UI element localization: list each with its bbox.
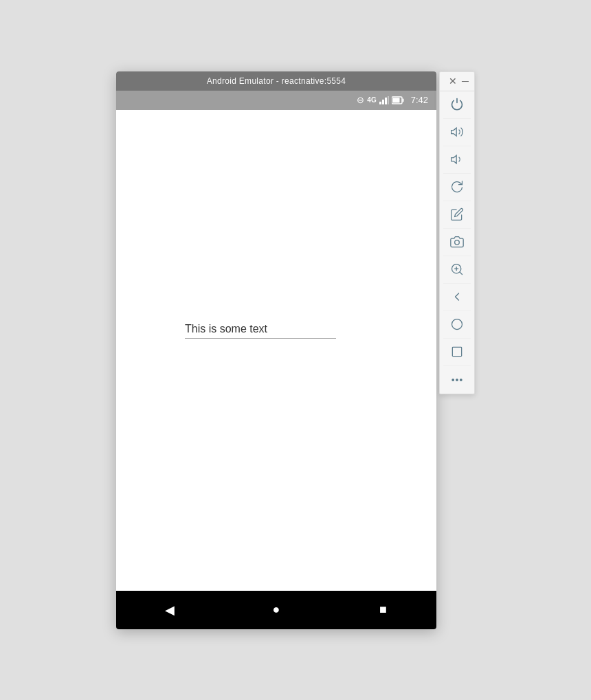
title-bar-text: Android Emulator - reactnative:5554 (207, 76, 346, 86)
status-time: 7:42 (411, 95, 428, 105)
rotate-icon (450, 180, 464, 194)
camera-button[interactable] (443, 229, 471, 256)
mute-icon: ⊖ (357, 95, 364, 105)
pencil-icon (450, 207, 464, 221)
screen-content: This is some text (116, 110, 436, 591)
volume-up-icon (450, 125, 464, 139)
toolbar-minimize-button[interactable]: ─ (460, 76, 470, 86)
battery-icon (392, 96, 404, 104)
more-icon (450, 373, 464, 387)
svg-rect-0 (379, 102, 381, 104)
text-input-underline (185, 338, 336, 339)
volume-up-button[interactable] (443, 119, 471, 146)
volume-down-button[interactable] (443, 146, 471, 174)
svg-point-17 (456, 379, 458, 381)
recents-btn[interactable] (443, 339, 471, 366)
signal-icon: 4G (367, 96, 376, 104)
recent-nav-button[interactable]: ■ (370, 598, 395, 622)
svg-rect-5 (402, 98, 403, 102)
svg-rect-1 (382, 100, 384, 104)
zoom-icon (450, 262, 464, 276)
phone-frame: Android Emulator - reactnative:5554 ⊖ 4G (116, 71, 436, 629)
svg-rect-6 (392, 98, 399, 102)
emulator-wrapper: Android Emulator - reactnative:5554 ⊖ 4G (116, 71, 475, 629)
svg-marker-7 (451, 128, 457, 136)
nav-bar: ◀ ● ■ (116, 591, 436, 629)
svg-rect-3 (388, 96, 389, 104)
svg-line-11 (460, 272, 462, 275)
svg-rect-15 (452, 347, 461, 356)
recents-icon (450, 345, 464, 359)
svg-point-16 (452, 379, 454, 381)
back-nav-button[interactable]: ◀ (157, 598, 182, 622)
home-nav-button[interactable]: ● (264, 598, 289, 622)
toolbar-header: ✕ ─ (440, 72, 474, 91)
back-btn[interactable] (443, 284, 471, 311)
power-button[interactable] (443, 91, 471, 119)
status-bar: ⊖ 4G 7:42 (116, 91, 436, 110)
zoom-button[interactable] (443, 256, 471, 284)
toolbar-close-button[interactable]: ✕ (448, 76, 458, 86)
volume-down-icon (450, 153, 464, 166)
screenshot-button[interactable] (443, 201, 471, 229)
back-icon (450, 290, 464, 304)
svg-point-18 (460, 379, 462, 381)
home-btn[interactable] (443, 311, 471, 339)
rotate-button[interactable] (443, 174, 471, 201)
title-bar: Android Emulator - reactnative:5554 (116, 71, 436, 91)
signal-bars-icon (379, 96, 389, 104)
svg-marker-8 (451, 155, 457, 163)
home-circle-icon (450, 317, 464, 331)
svg-point-9 (455, 240, 460, 245)
side-toolbar: ✕ ─ (439, 71, 475, 394)
text-input-area: This is some text (116, 323, 436, 339)
camera-icon (450, 235, 464, 249)
svg-point-14 (452, 319, 462, 330)
text-input-value: This is some text (185, 323, 267, 335)
status-icons: ⊖ 4G 7:42 (357, 95, 428, 105)
more-button[interactable] (443, 366, 471, 394)
power-icon (450, 98, 464, 111)
svg-rect-2 (385, 98, 387, 104)
